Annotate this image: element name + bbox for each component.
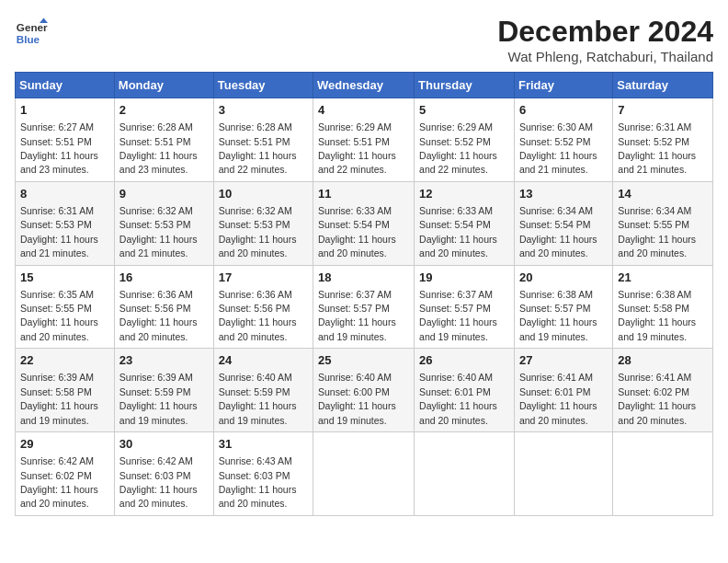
table-row: 2 Sunrise: 6:28 AMSunset: 5:51 PMDayligh… [114, 98, 213, 182]
calendar-body: 1 Sunrise: 6:27 AMSunset: 5:51 PMDayligh… [16, 98, 713, 516]
table-row: 25 Sunrise: 6:40 AMSunset: 6:00 PMDaylig… [313, 349, 415, 432]
table-row: 9 Sunrise: 6:32 AMSunset: 5:53 PMDayligh… [114, 181, 213, 265]
table-row: 16 Sunrise: 6:36 AMSunset: 5:56 PMDaylig… [114, 265, 213, 349]
col-tuesday: Tuesday [213, 73, 313, 98]
table-row: 11 Sunrise: 6:33 AMSunset: 5:54 PMDaylig… [313, 181, 415, 265]
table-row: 31 Sunrise: 6:43 AMSunset: 6:03 PMDaylig… [213, 432, 313, 516]
empty-cell [514, 432, 612, 516]
table-row: 27 Sunrise: 6:41 AMSunset: 6:01 PMDaylig… [514, 349, 612, 432]
table-row: 20 Sunrise: 6:38 AMSunset: 5:57 PMDaylig… [514, 265, 612, 349]
table-row: 24 Sunrise: 6:40 AMSunset: 5:59 PMDaylig… [213, 349, 313, 432]
table-row: 15 Sunrise: 6:35 AMSunset: 5:55 PMDaylig… [16, 265, 115, 349]
title-block: December 2024 Wat Phleng, Ratchaburi, Th… [497, 15, 713, 64]
col-sunday: Sunday [16, 73, 115, 98]
col-wednesday: Wednesday [313, 73, 415, 98]
table-row: 3 Sunrise: 6:28 AMSunset: 5:51 PMDayligh… [213, 98, 313, 182]
table-row: 10 Sunrise: 6:32 AMSunset: 5:53 PMDaylig… [213, 181, 313, 265]
page-header: General Blue December 2024 Wat Phleng, R… [15, 15, 713, 64]
calendar-week: 8 Sunrise: 6:31 AMSunset: 5:53 PMDayligh… [16, 181, 713, 265]
page-subtitle: Wat Phleng, Ratchaburi, Thailand [497, 49, 713, 64]
table-row: 28 Sunrise: 6:41 AMSunset: 6:02 PMDaylig… [613, 349, 713, 432]
col-saturday: Saturday [613, 73, 713, 98]
empty-cell [313, 432, 415, 516]
table-row: 14 Sunrise: 6:34 AMSunset: 5:55 PMDaylig… [613, 181, 713, 265]
table-row: 6 Sunrise: 6:30 AMSunset: 5:52 PMDayligh… [514, 98, 612, 182]
table-row: 4 Sunrise: 6:29 AMSunset: 5:51 PMDayligh… [313, 98, 415, 182]
page-title: December 2024 [497, 15, 713, 49]
col-thursday: Thursday [415, 73, 515, 98]
calendar-week: 1 Sunrise: 6:27 AMSunset: 5:51 PMDayligh… [16, 98, 713, 182]
table-row: 30 Sunrise: 6:42 AMSunset: 6:03 PMDaylig… [114, 432, 213, 516]
table-row: 19 Sunrise: 6:37 AMSunset: 5:57 PMDaylig… [415, 265, 515, 349]
table-row: 26 Sunrise: 6:40 AMSunset: 6:01 PMDaylig… [415, 349, 515, 432]
empty-cell [415, 432, 515, 516]
empty-cell [613, 432, 713, 516]
table-row: 1 Sunrise: 6:27 AMSunset: 5:51 PMDayligh… [16, 98, 115, 182]
calendar-header: Sunday Monday Tuesday Wednesday Thursday… [16, 73, 713, 98]
logo: General Blue [15, 15, 48, 48]
calendar-week: 22 Sunrise: 6:39 AMSunset: 5:58 PMDaylig… [16, 349, 713, 432]
table-row: 21 Sunrise: 6:38 AMSunset: 5:58 PMDaylig… [613, 265, 713, 349]
table-row: 13 Sunrise: 6:34 AMSunset: 5:54 PMDaylig… [514, 181, 612, 265]
col-monday: Monday [114, 73, 213, 98]
table-row: 23 Sunrise: 6:39 AMSunset: 5:59 PMDaylig… [114, 349, 213, 432]
table-row: 22 Sunrise: 6:39 AMSunset: 5:58 PMDaylig… [16, 349, 115, 432]
calendar-table: Sunday Monday Tuesday Wednesday Thursday… [15, 72, 713, 516]
table-row: 18 Sunrise: 6:37 AMSunset: 5:57 PMDaylig… [313, 265, 415, 349]
table-row: 7 Sunrise: 6:31 AMSunset: 5:52 PMDayligh… [613, 98, 713, 182]
logo-icon: General Blue [15, 15, 48, 48]
svg-text:Blue: Blue [17, 33, 40, 45]
table-row: 5 Sunrise: 6:29 AMSunset: 5:52 PMDayligh… [415, 98, 515, 182]
table-row: 17 Sunrise: 6:36 AMSunset: 5:56 PMDaylig… [213, 265, 313, 349]
calendar-week: 15 Sunrise: 6:35 AMSunset: 5:55 PMDaylig… [16, 265, 713, 349]
table-row: 29 Sunrise: 6:42 AMSunset: 6:02 PMDaylig… [16, 432, 115, 516]
table-row: 8 Sunrise: 6:31 AMSunset: 5:53 PMDayligh… [16, 181, 115, 265]
calendar-week: 29 Sunrise: 6:42 AMSunset: 6:02 PMDaylig… [16, 432, 713, 516]
table-row: 12 Sunrise: 6:33 AMSunset: 5:54 PMDaylig… [415, 181, 515, 265]
col-friday: Friday [514, 73, 612, 98]
